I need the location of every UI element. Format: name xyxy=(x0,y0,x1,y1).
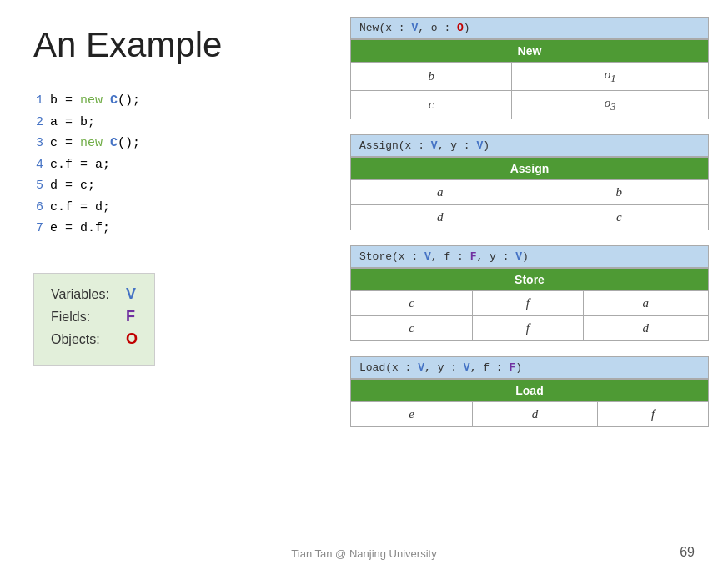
line-num-4: 4 xyxy=(33,154,43,176)
store-row1-col1: c xyxy=(351,291,473,316)
code-text-5: d = c; xyxy=(50,175,95,197)
legend-box: Variables: V Fields: F Objects: O xyxy=(33,273,155,366)
assign-table-row-2: d c xyxy=(351,205,709,230)
new-param-o: O xyxy=(457,22,464,34)
new-table-row-1: b o1 xyxy=(351,63,709,91)
new-row1-sub1: 1 xyxy=(610,73,615,84)
load-table-row-1: e d f xyxy=(351,402,709,427)
store-row1-col3: a xyxy=(583,291,708,316)
new-table-section: New(x : V, o : O) New b o1 c o3 xyxy=(350,17,709,119)
left-panel: An Example 1 b = new C(); 2 a = b; 3 c =… xyxy=(33,25,300,366)
keyword-new-2: new xyxy=(80,136,103,150)
new-param-v: V xyxy=(411,22,418,34)
assign-table-title: Assign xyxy=(351,158,709,180)
line-num-1: 1 xyxy=(33,90,43,112)
new-table-title-row: New xyxy=(351,40,709,63)
page: An Example 1 b = new C(); 2 a = b; 3 c =… xyxy=(0,0,728,570)
footer-credit: Tian Tan @ Nanjing University xyxy=(0,547,728,560)
assign-table-section: Assign(x : V, y : V) Assign a b d c xyxy=(350,134,709,230)
new-row2-sub3: 3 xyxy=(610,101,615,113)
assign-table: Assign a b d c xyxy=(350,157,709,230)
store-table-row-1: c f a xyxy=(351,291,709,316)
line-num-3: 3 xyxy=(33,133,43,154)
legend-variables: Variables: V xyxy=(51,285,138,303)
assign-row2-col1: d xyxy=(351,205,530,230)
store-param-f: F xyxy=(470,250,477,263)
store-param-v2: V xyxy=(515,250,522,263)
line-num-6: 6 xyxy=(33,197,43,219)
right-panel: New(x : V, o : O) New b o1 c o3 Assign(x… xyxy=(350,17,709,442)
load-row1-col1: e xyxy=(351,402,473,427)
store-table-row-2: c f d xyxy=(351,316,709,341)
load-table-title-row: Load xyxy=(351,380,709,402)
code-line-3: 3 c = new C(); xyxy=(33,133,300,154)
class-c1: C xyxy=(110,93,118,108)
code-text-4: c.f = a; xyxy=(50,154,110,176)
assign-row1-col1: a xyxy=(351,180,530,205)
load-param-v2: V xyxy=(464,361,470,374)
load-table-section: Load(x : V, y : V, f : F) Load e d f xyxy=(350,356,709,427)
class-c2: C xyxy=(110,136,118,150)
new-row1-col1: b xyxy=(351,63,512,91)
load-table: Load e d f xyxy=(350,379,709,427)
code-text-7: e = d.f; xyxy=(50,218,110,240)
code-text-6: c.f = d; xyxy=(50,197,110,219)
store-row2-col2: f xyxy=(472,316,583,341)
code-line-7: 7 e = d.f; xyxy=(33,218,300,240)
new-table-row-2: c o3 xyxy=(351,91,709,119)
load-row1-col2: d xyxy=(472,402,597,427)
code-line-5: 5 d = c; xyxy=(33,175,300,197)
store-table-title-row: Store xyxy=(351,269,709,291)
load-param-f: F xyxy=(509,361,515,374)
new-row2-col2: o3 xyxy=(512,91,709,119)
assign-table-header: Assign(x : V, y : V) xyxy=(350,134,709,157)
legend-objects-value: O xyxy=(126,330,138,348)
assign-row1-col2: b xyxy=(530,180,709,205)
legend-objects-label: Objects: xyxy=(51,332,118,347)
store-table-section: Store(x : V, f : F, y : V) Store c f a c… xyxy=(350,245,709,341)
assign-param-v1: V xyxy=(431,139,438,152)
assign-table-title-row: Assign xyxy=(351,158,709,180)
line-num-5: 5 xyxy=(33,175,43,197)
load-row1-col3: f xyxy=(598,402,709,427)
keyword-new: new xyxy=(80,93,103,108)
store-table-title: Store xyxy=(351,269,709,291)
new-row2-col1: c xyxy=(351,91,512,119)
line-num-2: 2 xyxy=(33,112,43,134)
assign-table-row-1: a b xyxy=(351,180,709,205)
code-text-3: c = new C(); xyxy=(50,133,140,154)
legend-fields: Fields: F xyxy=(51,308,138,325)
store-row2-col3: d xyxy=(583,316,708,341)
assign-param-v2: V xyxy=(476,139,483,152)
code-line-1: 1 b = new C(); xyxy=(33,90,300,112)
load-table-title: Load xyxy=(351,380,709,402)
code-block: 1 b = new C(); 2 a = b; 3 c = new C(); 4 xyxy=(33,90,300,240)
line-num-7: 7 xyxy=(33,218,43,240)
store-param-v1: V xyxy=(424,250,431,263)
code-text-1: b = new C(); xyxy=(50,90,140,112)
page-number: 69 xyxy=(680,545,695,560)
legend-objects: Objects: O xyxy=(51,330,138,348)
load-table-header: Load(x : V, y : V, f : F) xyxy=(350,356,709,379)
store-row2-col1: c xyxy=(351,316,473,341)
store-table: Store c f a c f d xyxy=(350,268,709,341)
legend-variables-label: Variables: xyxy=(51,287,118,302)
new-table: New b o1 c o3 xyxy=(350,39,709,119)
new-table-header: New(x : V, o : O) xyxy=(350,17,709,39)
legend-variables-value: V xyxy=(126,285,136,303)
code-line-4: 4 c.f = a; xyxy=(33,154,300,176)
store-table-header: Store(x : V, f : F, y : V) xyxy=(350,245,709,268)
new-table-title: New xyxy=(351,40,709,63)
load-param-v1: V xyxy=(418,361,424,374)
assign-row2-col2: c xyxy=(530,205,709,230)
code-text-2: a = b; xyxy=(50,112,95,134)
legend-fields-label: Fields: xyxy=(51,310,118,325)
legend-fields-value: F xyxy=(126,308,135,325)
store-row1-col2: f xyxy=(472,291,583,316)
new-row1-col2: o1 xyxy=(512,63,709,91)
code-line-2: 2 a = b; xyxy=(33,112,300,134)
code-line-6: 6 c.f = d; xyxy=(33,197,300,219)
main-title: An Example xyxy=(33,25,300,65)
